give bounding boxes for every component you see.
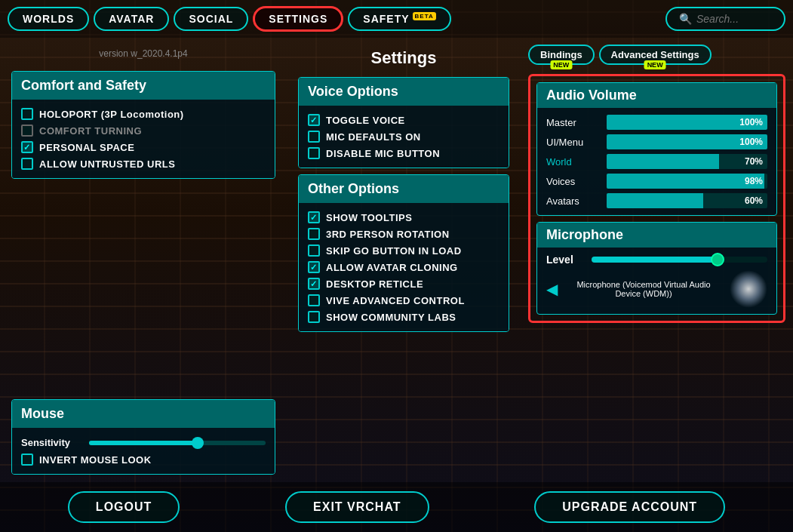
page-title: Settings: [298, 45, 509, 71]
mic-prev-btn[interactable]: ◀: [546, 280, 558, 298]
voice-options-section: Voice Options TOGGLE VOICE MIC DEFAULTS …: [298, 77, 509, 168]
sensitivity-row: Sensitivity: [21, 434, 266, 451]
desktop-reticle-row: DESKTOP RETICLE: [308, 275, 499, 292]
nav-social[interactable]: SOCIAL: [174, 7, 248, 31]
disable-mic-checkbox[interactable]: [308, 147, 320, 159]
toggle-voice-label: TOGGLE VOICE: [326, 115, 405, 126]
microphone-title: Microphone: [546, 227, 767, 243]
mic-device-name: Microphone (Voicemod Virtual Audio Devic…: [564, 280, 724, 298]
personal-space-label: PERSONAL SPACE: [39, 142, 134, 153]
other-options-header: Other Options: [299, 175, 509, 203]
world-pct: 70%: [745, 156, 763, 167]
nav-worlds[interactable]: WORLDS: [8, 7, 89, 31]
toggle-voice-checkbox[interactable]: [308, 114, 320, 126]
audio-volume-rows: Master 100% UI/Menu 100%: [537, 108, 776, 215]
holoport-checkbox[interactable]: [21, 108, 33, 120]
desktop-reticle-checkbox[interactable]: [308, 278, 320, 290]
skip-go-label: SKIP GO BUTTON IN LOAD: [326, 245, 462, 257]
holoport-label: HOLOPORT (3P Locomotion): [39, 109, 184, 120]
mic-defaults-row: MIC DEFAULTS ON: [308, 128, 499, 145]
3rd-person-checkbox[interactable]: [308, 228, 320, 240]
master-pct: 100%: [739, 117, 763, 128]
left-panel: version w_2020.4.1p4 Comfort and Safety …: [0, 38, 287, 482]
top-nav: WORLDS AVATAR SOCIAL SETTINGS SAFETY 🔍: [0, 0, 793, 38]
comfort-safety-section: Comfort and Safety HOLOPORT (3P Locomoti…: [11, 71, 275, 179]
other-options-content: SHOW TOOLTIPS 3RD PERSON ROTATION SKIP G…: [299, 203, 509, 331]
bindings-btn[interactable]: Bindings NEW: [528, 45, 595, 65]
voices-label: Voices: [546, 176, 607, 187]
comfort-safety-content: HOLOPORT (3P Locomotion) COMFORT TURNING…: [12, 100, 275, 178]
show-tooltips-row: SHOW TOOLTIPS: [308, 209, 499, 226]
mic-defaults-checkbox[interactable]: [308, 131, 320, 143]
other-options-title: Other Options: [308, 181, 499, 197]
nav-safety[interactable]: SAFETY: [348, 7, 450, 31]
mouse-title: Mouse: [21, 406, 266, 422]
sensitivity-thumb[interactable]: [192, 437, 204, 449]
comfort-turning-label: COMFORT TURNING: [39, 125, 142, 137]
content-area: version w_2020.4.1p4 Comfort and Safety …: [0, 38, 793, 482]
comfort-safety-title: Comfort and Safety: [21, 78, 266, 94]
uimenu-label: UI/Menu: [546, 137, 607, 148]
comfort-turning-row: COMFORT TURNING: [21, 122, 266, 139]
uimenu-pct: 100%: [739, 137, 763, 147]
skip-go-row: SKIP GO BUTTON IN LOAD: [308, 242, 499, 259]
voices-bar[interactable]: 98%: [607, 174, 767, 189]
advanced-settings-btn[interactable]: Advanced Settings NEW: [599, 45, 712, 65]
mouse-section: Mouse Sensitivity INVERT MOUSE LOOK: [11, 399, 275, 475]
nav-avatar[interactable]: AVATAR: [94, 7, 169, 31]
audio-volume-section: Audio Volume Master 100% UI/Menu: [536, 82, 777, 216]
mic-level-thumb[interactable]: [711, 253, 724, 266]
sub-nav: Bindings NEW Advanced Settings NEW: [528, 42, 785, 68]
upgrade-account-button[interactable]: UPGRADE ACCOUNT: [534, 491, 725, 523]
vive-advanced-row: VIVE ADVANCED CONTROL: [308, 292, 499, 309]
allow-avatar-label: ALLOW AVATAR CLONING: [326, 262, 458, 273]
logout-button[interactable]: LOGOUT: [68, 491, 180, 523]
sensitivity-fill: [89, 441, 195, 445]
search-box[interactable]: 🔍: [665, 7, 785, 31]
voices-audio-row: Voices 98%: [546, 171, 767, 191]
voice-options-title: Voice Options: [308, 84, 499, 100]
skip-go-checkbox[interactable]: [308, 244, 320, 257]
sensitivity-slider[interactable]: [89, 441, 266, 445]
sensitivity-label: Sensitivity: [21, 437, 81, 448]
avatars-pct: 60%: [745, 195, 763, 206]
bindings-new-badge: NEW: [550, 60, 572, 69]
mic-level-label: Level: [546, 254, 584, 266]
voice-options-content: TOGGLE VOICE MIC DEFAULTS ON DISABLE MIC…: [299, 106, 509, 168]
avatars-label: Avatars: [546, 195, 607, 207]
voices-fill: [607, 174, 764, 189]
untrusted-urls-checkbox[interactable]: [21, 158, 33, 170]
nav-settings[interactable]: SETTINGS: [253, 6, 343, 32]
exit-vrchat-button[interactable]: EXIT VRCHAT: [285, 491, 429, 523]
3rd-person-label: 3RD PERSON ROTATION: [326, 229, 450, 240]
search-icon: 🔍: [679, 13, 692, 25]
avatars-bar[interactable]: 60%: [607, 193, 767, 208]
toggle-voice-row: TOGGLE VOICE: [308, 112, 499, 128]
world-fill: [607, 154, 719, 169]
show-tooltips-label: SHOW TOOLTIPS: [326, 212, 412, 223]
show-tooltips-checkbox[interactable]: [308, 211, 320, 223]
disable-mic-row: DISABLE MIC BUTTON: [308, 145, 499, 161]
search-input[interactable]: [696, 13, 772, 25]
microphone-section: Microphone Level ◀ Microphone (Vo: [536, 222, 777, 315]
mic-level-slider[interactable]: [592, 257, 767, 263]
invert-mouse-checkbox[interactable]: [21, 454, 33, 466]
allow-avatar-row: ALLOW AVATAR CLONING: [308, 259, 499, 275]
world-bar[interactable]: 70%: [607, 154, 767, 169]
audio-volume-header: Audio Volume: [537, 83, 776, 108]
comfort-safety-header: Comfort and Safety: [12, 72, 275, 100]
uimenu-bar[interactable]: 100%: [607, 134, 767, 149]
master-bar[interactable]: 100%: [607, 115, 767, 130]
desktop-reticle-label: DESKTOP RETICLE: [326, 278, 423, 290]
uimenu-audio-row: UI/Menu 100%: [546, 132, 767, 152]
untrusted-urls-row: ALLOW UNTRUSTED URLS: [21, 155, 266, 172]
personal-space-checkbox[interactable]: [21, 141, 33, 153]
community-labs-checkbox[interactable]: [308, 311, 320, 323]
vive-advanced-checkbox[interactable]: [308, 294, 320, 306]
version-text: version w_2020.4.1p4: [11, 45, 275, 62]
allow-avatar-checkbox[interactable]: [308, 261, 320, 273]
mic-device-row: ◀ Microphone (Voicemod Virtual Audio Dev…: [546, 270, 767, 308]
microphone-content: Level ◀ Microphone (Voicemod Virtual Aud…: [537, 248, 776, 314]
middle-panel: Settings Voice Options TOGGLE VOICE MIC …: [287, 38, 521, 482]
comfort-turning-checkbox[interactable]: [21, 125, 33, 137]
